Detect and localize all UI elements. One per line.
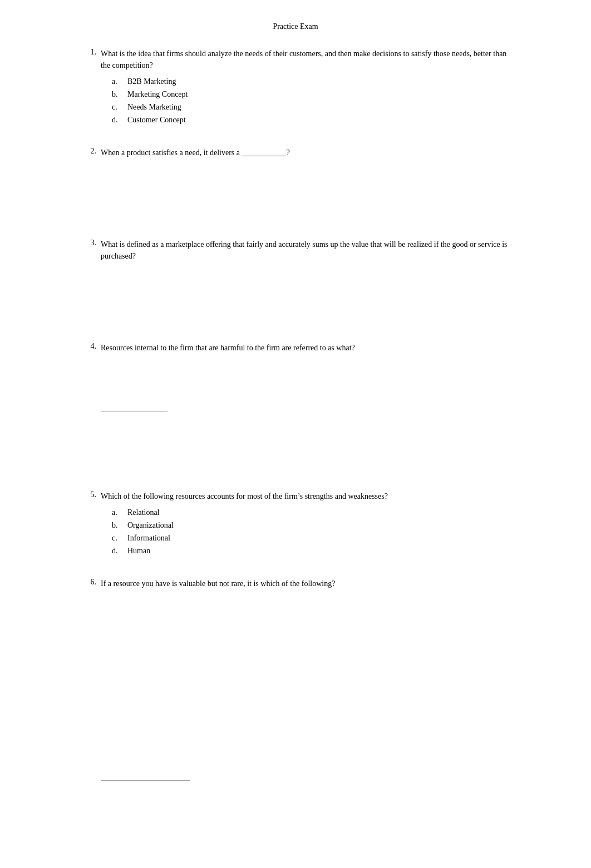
question-item: 1. What is the idea that firms should an… <box>78 48 513 127</box>
answer-space <box>101 773 513 868</box>
choice-text: Marketing Concept <box>127 88 188 100</box>
questions-list: 1. What is the idea that firms should an… <box>78 48 513 868</box>
question-item: 2. When a product satisfies a need, it d… <box>78 147 513 219</box>
choice-text: Organizational <box>127 519 174 531</box>
fill-blank <box>242 156 286 156</box>
question-text: What is defined as a marketplace offerin… <box>101 239 513 262</box>
answer-choice: c. Informational <box>112 532 513 544</box>
answer-choice: b. Organizational <box>112 519 513 531</box>
question-number: 1. <box>78 48 96 127</box>
page-container: Practice Exam 1. What is the idea that f… <box>45 0 546 868</box>
choice-letter: b. <box>112 88 123 100</box>
answer-choice: b. Marketing Concept <box>112 88 513 100</box>
choice-letter: b. <box>112 519 123 531</box>
answer-space <box>101 404 513 470</box>
question-number: 3. <box>78 239 96 322</box>
question-number: 2. <box>78 147 96 219</box>
choice-text: Informational <box>127 532 170 544</box>
answer-choice: a. B2B Marketing <box>112 76 513 87</box>
question-content: When a product satisfies a need, it deli… <box>101 147 513 219</box>
choice-letter: a. <box>112 76 123 87</box>
choice-text: Needs Marketing <box>127 101 181 113</box>
answer-choice: d. Customer Concept <box>112 114 513 126</box>
answer-space <box>101 163 513 219</box>
choice-letter: a. <box>112 507 123 518</box>
question-content: What is defined as a marketplace offerin… <box>101 239 513 322</box>
choice-text: Customer Concept <box>127 114 186 126</box>
choice-letter: c. <box>112 101 123 113</box>
choice-text: Human <box>127 545 150 557</box>
question-content: Resources internal to the firm that are … <box>101 342 513 470</box>
question-number: 6. <box>78 578 96 868</box>
question-text: If a resource you have is valuable but n… <box>101 578 513 589</box>
choice-letter: d. <box>112 114 123 126</box>
question-text: Which of the following resources account… <box>101 490 513 502</box>
page-title: Practice Exam <box>78 22 513 31</box>
choice-text: Relational <box>127 507 160 518</box>
answer-choices: a. B2B Marketing b. Marketing Concept c.… <box>112 76 513 126</box>
choice-letter: c. <box>112 532 123 544</box>
answer-underline <box>101 780 190 781</box>
question-text: What is the idea that firms should analy… <box>101 48 513 71</box>
question-text: Resources internal to the firm that are … <box>101 342 513 354</box>
question-item: 6. If a resource you have is valuable bu… <box>78 578 513 868</box>
question-content: If a resource you have is valuable but n… <box>101 578 513 868</box>
question-number: 4. <box>78 342 96 470</box>
answer-choice: d. Human <box>112 545 513 557</box>
question-item: 3. What is defined as a marketplace offe… <box>78 239 513 322</box>
question-content: What is the idea that firms should analy… <box>101 48 513 127</box>
answer-choices: a. Relational b. Organizational c. Infor… <box>112 507 513 557</box>
question-text: When a product satisfies a need, it deli… <box>101 147 513 158</box>
answer-space <box>101 266 513 322</box>
choice-text: B2B Marketing <box>127 76 176 87</box>
answer-choice: c. Needs Marketing <box>112 101 513 113</box>
answer-underline <box>101 411 168 411</box>
question-content: Which of the following resources account… <box>101 490 513 558</box>
question-item: 5. Which of the following resources acco… <box>78 490 513 558</box>
question-item: 4. Resources internal to the firm that a… <box>78 342 513 470</box>
question-number: 5. <box>78 490 96 558</box>
answer-choice: a. Relational <box>112 507 513 518</box>
choice-letter: d. <box>112 545 123 557</box>
